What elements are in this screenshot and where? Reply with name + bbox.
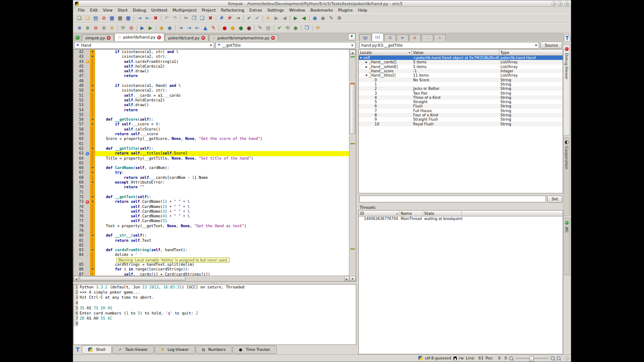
window-layout-icon[interactable]: ❐ [303,24,311,32]
menu-bookmarks[interactable]: Bookmarks [308,8,336,12]
fold-margin[interactable] [90,224,95,228]
menu-unittest[interactable]: Unittest [149,8,170,12]
fold-margin[interactable] [90,205,95,209]
menu-window[interactable]: Window [286,8,307,12]
locals-row[interactable]: 0No ScoreString [359,77,563,82]
editor-vertical-scrollbar[interactable]: ▲ ▼ [349,50,356,281]
fold-margin[interactable]: ▼ [90,88,95,93]
copy-icon[interactable]: ❐ [190,15,198,22]
marker-margin[interactable] [85,267,90,272]
replace-icon[interactable]: ◉ [319,15,327,22]
close-all-icon[interactable]: ✖ [152,15,160,22]
menu-help[interactable]: Help [355,8,370,12]
locals-row[interactable]: _Hand__score-1Integer [359,69,563,73]
marker-margin[interactable] [85,238,90,243]
marker-margin[interactable]: ✕ [85,199,90,204]
editor-tab[interactable]: ⚠pokerlib/hand.py✕ [114,33,164,41]
marker-margin[interactable] [85,219,90,223]
marker-margin[interactable] [85,103,90,107]
fold-margin[interactable]: ▼ [90,199,95,204]
marker-margin[interactable] [85,228,90,233]
close-icon[interactable]: ⊘ [100,15,108,22]
marker-margin[interactable] [85,214,90,219]
zoom-slider-thumb[interactable] [529,356,534,362]
fold-margin[interactable] [90,258,95,262]
marker-margin[interactable] [85,161,90,166]
fold-margin[interactable] [90,228,95,233]
marker-margin[interactable] [85,88,90,93]
goto-prev-icon[interactable]: ◀ [300,15,308,22]
marker-margin[interactable] [85,156,90,161]
fold-margin[interactable]: ▼ [90,117,95,122]
export-icon[interactable]: ⇥ [135,15,143,22]
marker-margin[interactable] [85,113,90,117]
locals-row[interactable]: 7Full HouseString [359,109,563,113]
run-script-icon[interactable]: ▶ [138,24,146,32]
call-stack-tab[interactable]: ☰ [384,34,396,41]
marker-margin[interactable] [85,64,90,69]
id-column-header[interactable]: ID ▴ [359,211,400,216]
scrollbar-thumb[interactable] [80,276,185,281]
exceptions-tab[interactable]: ⚠ [434,34,446,41]
marker-margin[interactable] [85,69,90,74]
fold-margin[interactable] [90,151,95,156]
close-icon[interactable]: ✕ [107,36,110,40]
marker-margin[interactable] [85,79,90,83]
close-icon[interactable]: ✕ [201,36,205,40]
fold-margin[interactable] [90,219,95,223]
source-button[interactable]: Source [540,42,562,49]
step-over-icon[interactable]: ⇤ [193,24,201,32]
fold-margin[interactable]: ▼ [90,233,95,238]
locals-row[interactable]: 3Two PairString [359,91,563,95]
fold-margin[interactable] [90,161,95,166]
minimize-button[interactable]: ∨ [552,1,556,6]
pencil-icon[interactable]: ✎ [256,24,264,32]
marker-margin[interactable] [85,170,90,175]
menu-project[interactable]: Project [199,8,218,12]
bottom-tab-task-viewer[interactable]: ✔Task-Viewer [112,345,154,354]
fold-margin[interactable] [90,214,95,219]
fold-margin[interactable]: ▼ [90,166,95,170]
value-column-header[interactable]: Value [412,50,499,55]
save-all-icon[interactable]: ▦ [124,15,132,22]
fold-margin[interactable] [90,108,95,113]
replace-open-files-icon[interactable]: ◉ [166,24,174,32]
delete-icon[interactable]: ✖ [206,15,215,22]
paste-icon[interactable]: ❑ [198,15,206,22]
search-open-files-icon[interactable]: ◉ [158,24,166,32]
permission-indicator[interactable]: rw [459,356,464,360]
class-combo[interactable]: ❖ Hand ▼ [74,42,214,49]
fold-margin[interactable]: ▼ [90,50,95,54]
goto-line-icon[interactable]: ✎ [327,15,335,22]
locals-row[interactable]: ▶_Hand__cards[]5 itemsList/Array [359,60,563,64]
menu-refactoring[interactable]: Refactoring [218,8,247,12]
locals-column-header[interactable]: Locals ▾ [359,50,412,55]
fold-margin[interactable] [90,156,95,161]
marker-margin[interactable] [85,142,90,146]
marker-margin[interactable] [85,108,90,113]
continue-ball-icon[interactable]: ● [237,24,245,32]
scrollbar-thumb[interactable] [350,84,355,134]
sidebar-filter-button[interactable] [564,34,570,42]
fold-margin[interactable] [90,252,95,257]
fold-margin[interactable] [90,113,95,117]
collapse-icon[interactable]: ▼ [360,56,364,59]
fold-margin[interactable]: ▼ [90,180,95,185]
breakpoint-clear-icon[interactable]: ⊘ [100,24,108,32]
marker-margin[interactable] [85,117,90,122]
unittest-icon[interactable]: ✔ [275,24,283,32]
fold-margin[interactable] [90,74,95,78]
breakpoint-prev-icon[interactable]: ⊖ [92,24,100,32]
fold-margin[interactable] [90,79,95,83]
close-icon[interactable]: ✕ [271,36,275,40]
menu-file[interactable]: File [75,8,87,12]
scroll-up-icon[interactable]: ▲ [349,50,356,55]
linux-eol-icon[interactable] [453,356,457,360]
local-variables-tab[interactable]: (x) [372,33,384,41]
marker-margin[interactable] [85,258,90,262]
marker-margin[interactable] [85,98,90,103]
save-as-icon[interactable]: ▦ [116,15,124,22]
set-button[interactable]: Set [547,196,562,203]
scroll-right-icon[interactable]: ▶ [344,276,349,281]
fold-margin[interactable] [90,175,95,180]
